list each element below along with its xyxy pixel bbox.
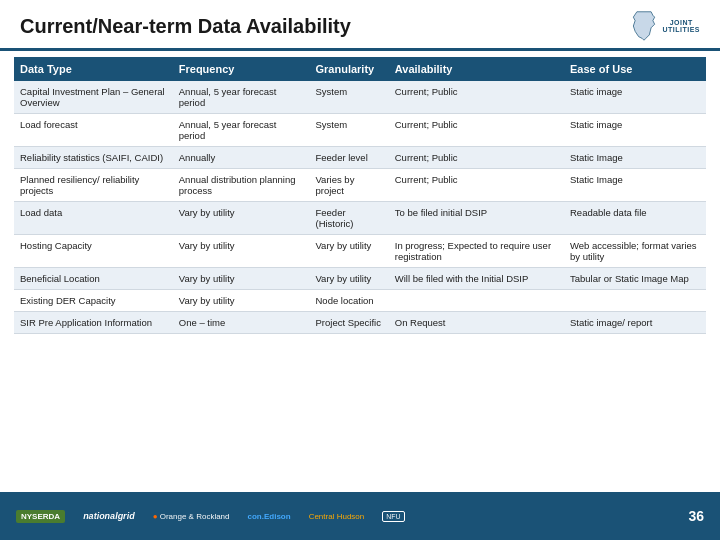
page-number: 36 (688, 508, 704, 524)
table-cell-easeOfUse: Web accessible; format varies by utility (564, 235, 706, 268)
table-row: SIR Pre Application InformationOne – tim… (14, 312, 706, 334)
table-cell-dataType: Beneficial Location (14, 268, 173, 290)
table-cell-availability: Current; Public (389, 169, 564, 202)
table-cell-easeOfUse: Readable data file (564, 202, 706, 235)
table-cell-frequency: One – time (173, 312, 310, 334)
col-frequency: Frequency (173, 57, 310, 81)
page-footer: NYSERDA nationalgrid ● Orange & Rockland… (0, 492, 720, 540)
table-cell-easeOfUse: Static Image (564, 169, 706, 202)
table-cell-availability (389, 290, 564, 312)
table-cell-availability: On Request (389, 312, 564, 334)
table-cell-dataType: Load forecast (14, 114, 173, 147)
table-cell-dataType: Load data (14, 202, 173, 235)
table-cell-granularity: Feeder (Historic) (309, 202, 388, 235)
nyserda-logo: NYSERDA (16, 510, 65, 523)
table-cell-frequency: Vary by utility (173, 290, 310, 312)
table-cell-availability: Current; Public (389, 81, 564, 114)
table-cell-availability: To be filed initial DSIP (389, 202, 564, 235)
table-header: Data Type Frequency Granularity Availabi… (14, 57, 706, 81)
table-cell-easeOfUse (564, 290, 706, 312)
ny-state-map-icon (630, 10, 658, 42)
table-row: Capital Investment Plan – General Overvi… (14, 81, 706, 114)
table-cell-easeOfUse: Tabular or Static Image Map (564, 268, 706, 290)
table-cell-frequency: Annual, 5 year forecast period (173, 114, 310, 147)
page-header: Current/Near-term Data Availability JOIN… (0, 0, 720, 51)
footer-logos: NYSERDA nationalgrid ● Orange & Rockland… (16, 510, 405, 523)
col-granularity: Granularity (309, 57, 388, 81)
table-cell-granularity: Vary by utility (309, 268, 388, 290)
table-cell-frequency: Annual, 5 year forecast period (173, 81, 310, 114)
table-cell-dataType: Planned resiliency/ reliability projects (14, 169, 173, 202)
table-cell-frequency: Vary by utility (173, 202, 310, 235)
joint-label: JOINT (670, 19, 693, 26)
table-cell-granularity: Node location (309, 290, 388, 312)
table-row: Planned resiliency/ reliability projects… (14, 169, 706, 202)
nationalgrid-logo: nationalgrid (83, 511, 135, 521)
orange-rockland-logo: ● Orange & Rockland (153, 512, 230, 521)
table-row: Existing DER CapacityVary by utilityNode… (14, 290, 706, 312)
table-cell-easeOfUse: Static image (564, 114, 706, 147)
table-cell-availability: Current; Public (389, 147, 564, 169)
table-row: Hosting CapacityVary by utilityVary by u… (14, 235, 706, 268)
table-cell-dataType: SIR Pre Application Information (14, 312, 173, 334)
table-cell-granularity: System (309, 114, 388, 147)
table-cell-frequency: Vary by utility (173, 235, 310, 268)
joint-utilities-logo: JOINT UTILITIES (630, 10, 700, 42)
table-cell-granularity: Vary by utility (309, 235, 388, 268)
table-cell-dataType: Capital Investment Plan – General Overvi… (14, 81, 173, 114)
table-cell-easeOfUse: Static image (564, 81, 706, 114)
table-cell-frequency: Vary by utility (173, 268, 310, 290)
table-cell-granularity: System (309, 81, 388, 114)
utilities-label: UTILITIES (662, 26, 700, 33)
table-cell-availability: Will be filed with the Initial DSIP (389, 268, 564, 290)
col-data-type: Data Type (14, 57, 173, 81)
table-cell-dataType: Hosting Capacity (14, 235, 173, 268)
table-cell-dataType: Reliability statistics (SAIFI, CAIDI) (14, 147, 173, 169)
table-cell-granularity: Varies by project (309, 169, 388, 202)
table-cell-frequency: Annual distribution planning process (173, 169, 310, 202)
table-row: Load forecastAnnual, 5 year forecast per… (14, 114, 706, 147)
central-hudson-logo: Central Hudson (309, 512, 365, 521)
data-table-container: Data Type Frequency Granularity Availabi… (0, 51, 720, 338)
table-cell-availability: Current; Public (389, 114, 564, 147)
table-row: Beneficial LocationVary by utilityVary b… (14, 268, 706, 290)
table-row: Load dataVary by utilityFeeder (Historic… (14, 202, 706, 235)
table-row: Reliability statistics (SAIFI, CAIDI)Ann… (14, 147, 706, 169)
page-title: Current/Near-term Data Availability (20, 15, 351, 38)
availability-table: Data Type Frequency Granularity Availabi… (14, 57, 706, 334)
table-cell-availability: In progress; Expected to require user re… (389, 235, 564, 268)
conedison-logo: con.Edison (248, 512, 291, 521)
table-cell-granularity: Project Specific (309, 312, 388, 334)
table-cell-dataType: Existing DER Capacity (14, 290, 173, 312)
table-cell-frequency: Annually (173, 147, 310, 169)
table-cell-easeOfUse: Static Image (564, 147, 706, 169)
table-cell-easeOfUse: Static image/ report (564, 312, 706, 334)
nfu-logo: NFU (382, 511, 404, 522)
col-availability: Availability (389, 57, 564, 81)
col-ease-of-use: Ease of Use (564, 57, 706, 81)
table-body: Capital Investment Plan – General Overvi… (14, 81, 706, 334)
table-cell-granularity: Feeder level (309, 147, 388, 169)
